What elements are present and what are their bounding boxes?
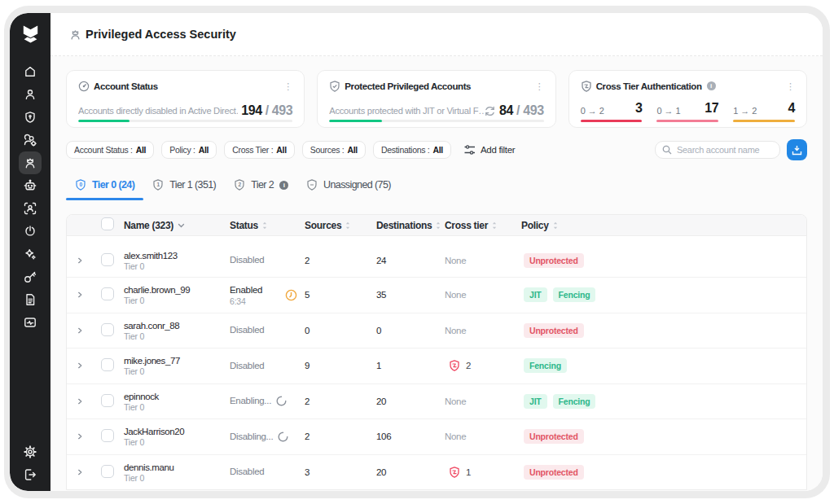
- svg-text:0: 0: [79, 182, 82, 187]
- svg-text:2: 2: [239, 182, 242, 187]
- svg-text:1: 1: [157, 182, 160, 187]
